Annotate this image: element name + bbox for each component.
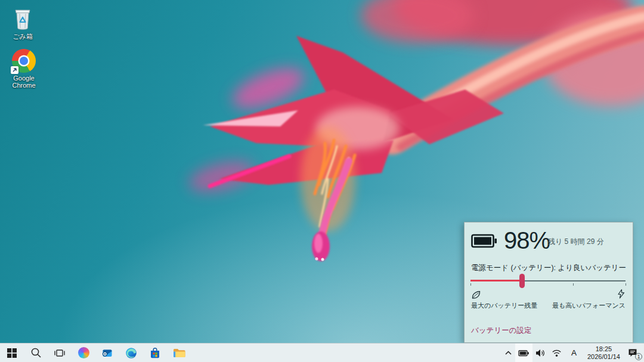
network-tray-button[interactable] xyxy=(549,344,565,362)
notification-badge: 1 xyxy=(635,353,642,360)
slider-tick xyxy=(470,283,471,286)
taskbar-pinned-apps xyxy=(0,344,191,362)
start-button[interactable] xyxy=(0,344,24,362)
search-button[interactable] xyxy=(24,344,48,362)
task-view-button[interactable] xyxy=(48,344,72,362)
file-explorer-button[interactable] xyxy=(167,344,191,362)
file-explorer-icon xyxy=(173,348,185,358)
task-view-icon xyxy=(54,348,66,358)
microsoft-store-icon xyxy=(149,347,161,359)
battery-tray-button[interactable] xyxy=(515,344,532,362)
desktop-icon-google-chrome[interactable]: Google Chrome xyxy=(1,49,47,89)
ime-mode-indicator: A xyxy=(568,348,580,357)
wifi-icon xyxy=(552,349,562,357)
battery-flyout-panel: 98% 残り 5 時間 29 分 電源モード (バッテリー): より良いバッテリ… xyxy=(464,222,633,343)
search-icon xyxy=(30,347,42,358)
ime-mode-button[interactable]: A xyxy=(565,344,583,362)
desktop-icon-label: ごみ箱 xyxy=(0,33,45,40)
recycle-bin-icon xyxy=(0,5,45,31)
slider-track-fill xyxy=(470,280,522,281)
volume-icon xyxy=(535,348,546,358)
desktop-icon-label: Google Chrome xyxy=(1,75,47,89)
tray-time: 18:25 xyxy=(587,345,620,353)
battery-icon xyxy=(518,348,530,358)
google-chrome-icon xyxy=(1,49,47,73)
desktop-icon-recycle-bin[interactable]: ごみ箱 xyxy=(0,5,45,40)
windows-logo-icon xyxy=(7,348,17,358)
slider-tick xyxy=(626,283,626,286)
edge-button[interactable] xyxy=(119,344,143,362)
slider-left-label: 最大のバッテリー残量 xyxy=(471,301,537,310)
action-center-button[interactable]: 1 xyxy=(624,344,644,362)
volume-tray-button[interactable] xyxy=(532,344,549,362)
outlook-button[interactable] xyxy=(95,344,119,362)
chevron-up-icon xyxy=(504,349,512,356)
copilot-icon xyxy=(78,347,89,358)
microsoft-store-button[interactable] xyxy=(143,344,167,362)
tray-date: 2026/01/14 xyxy=(587,353,620,361)
clock-button[interactable]: 18:25 2026/01/14 xyxy=(583,344,624,362)
battery-percent: 98% xyxy=(504,227,550,254)
battery-large-icon xyxy=(471,234,497,250)
show-hidden-icons-button[interactable] xyxy=(501,344,515,362)
battery-time-remaining: 残り 5 時間 29 分 xyxy=(548,237,604,247)
slider-right-label: 最も高いパフォーマンス xyxy=(552,301,626,310)
edge-icon xyxy=(125,347,137,359)
power-mode-slider[interactable] xyxy=(470,276,626,292)
battery-settings-link[interactable]: バッテリーの設定 xyxy=(471,326,531,336)
copilot-button[interactable] xyxy=(72,344,95,362)
desktop: ごみ箱 Google Chrome 98% 残り 5 時間 29 分 電源モー xyxy=(0,0,644,362)
slider-tick xyxy=(573,283,574,286)
shortcut-arrow-icon xyxy=(11,66,18,74)
system-tray: A 18:25 2026/01/14 1 xyxy=(501,344,644,362)
battery-saver-leaf-icon xyxy=(471,290,481,302)
power-mode-label: 電源モード (バッテリー): より良いバッテリー xyxy=(471,263,626,273)
performance-bolt-icon xyxy=(617,289,625,302)
slider-handle[interactable] xyxy=(519,274,525,288)
taskbar: A 18:25 2026/01/14 1 xyxy=(0,343,644,362)
outlook-icon xyxy=(101,347,113,359)
